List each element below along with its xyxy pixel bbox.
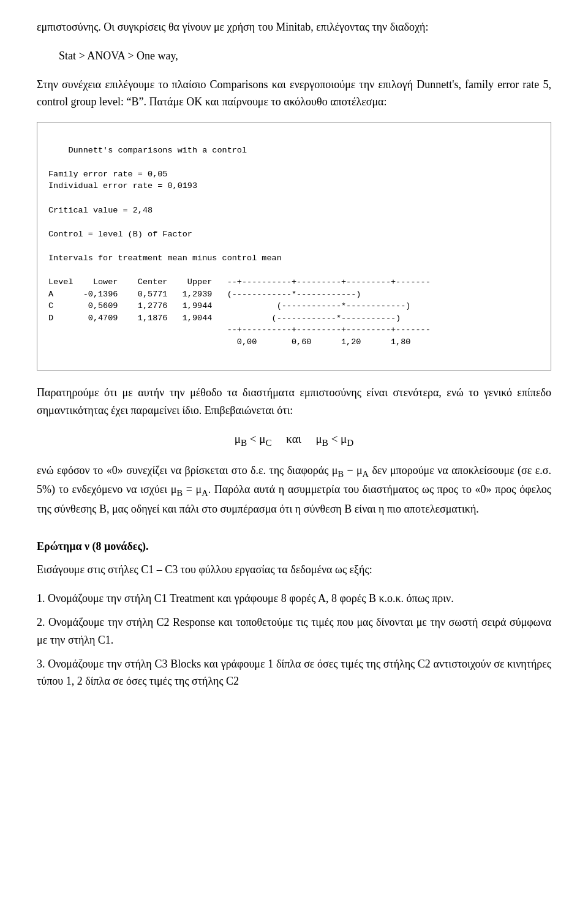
step-2-text: Ονομάζουμε την στήλη C2 Response και τοπ…	[37, 616, 551, 646]
question-title: Ερώτημα ν (8 μονάδες).	[37, 538, 551, 555]
followup-text-start: ενώ εφόσον το «0» συνεχίζει να βρίσκεται…	[37, 464, 551, 515]
observation-para: Παρατηρούμε ότι με αυτήν την μέθοδο τα δ…	[37, 384, 551, 419]
intro-text1: εμπιστοσύνης. Οι συγκρίσεις θα γίνουν με…	[37, 21, 428, 33]
question-title-text: Ερώτημα ν (8 μονάδες).	[37, 540, 149, 552]
step-1-num: 1.	[37, 592, 45, 604]
step-3-num: 3.	[37, 658, 45, 670]
code-content: Dunnett's comparisons with a control Fam…	[48, 146, 431, 347]
observation-text: Παρατηρούμε ότι με αυτήν την μέθοδο τα δ…	[37, 386, 551, 416]
stat-path: Stat > ANOVA > One way,	[59, 47, 551, 65]
intro-para1: εμπιστοσύνης. Οι συγκρίσεις θα γίνουν με…	[37, 18, 551, 36]
page-content: εμπιστοσύνης. Οι συγκρίσεις θα γίνουν με…	[37, 18, 551, 690]
math-inequality: μB < μC και μB < μD	[37, 430, 551, 450]
step-2: 2. Ονομάζουμε την στήλη C2 Response και …	[37, 614, 551, 649]
question-intro: Εισάγουμε στις στήλες C1 – C3 του φύλλου…	[37, 561, 551, 579]
intro-text2: Στην συνέχεια επιλέγουμε το πλαίσιο Comp…	[37, 78, 551, 108]
question-intro-text: Εισάγουμε στις στήλες C1 – C3 του φύλλου…	[37, 563, 372, 576]
stat-path-text: Stat > ANOVA > One way,	[59, 50, 178, 62]
followup-para: ενώ εφόσον το «0» συνεχίζει να βρίσκεται…	[37, 462, 551, 518]
intro-para2: Στην συνέχεια επιλέγουμε το πλαίσιο Comp…	[37, 76, 551, 111]
step-1-text: Ονομάζουμε την στήλη C1 Treatment και γρ…	[48, 592, 454, 604]
math-text: μB < μC και μB < μD	[235, 432, 354, 445]
step-1: 1. Ονομάζουμε την στήλη C1 Treatment και…	[37, 590, 551, 608]
step-2-num: 2.	[37, 616, 45, 628]
step-3: 3. Ονομάζουμε την στήλη C3 Blocks και γρ…	[37, 655, 551, 691]
dunnett-output-box: Dunnett's comparisons with a control Fam…	[37, 122, 551, 371]
step-3-text: Ονομάζουμε την στήλη C3 Blocks και γράφο…	[37, 658, 551, 688]
